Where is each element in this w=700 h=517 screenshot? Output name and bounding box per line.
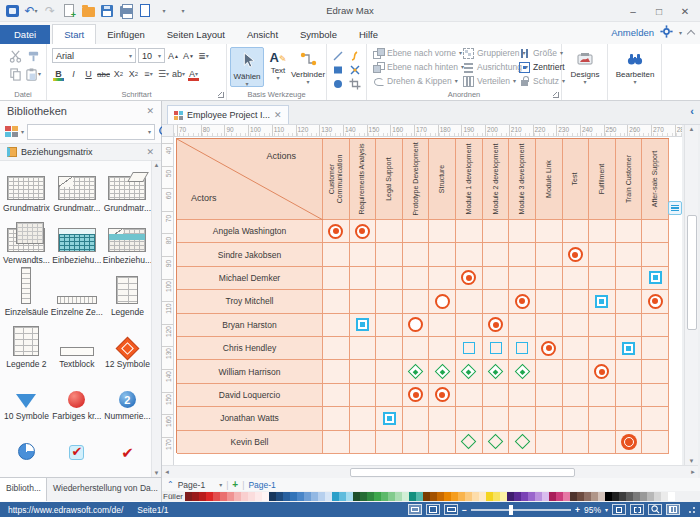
status-url[interactable]: https://www.edrawsoft.com/de/ — [8, 505, 123, 515]
matrix-cell[interactable] — [376, 407, 403, 430]
marker-target[interactable] — [408, 387, 423, 402]
palette-swatch[interactable] — [514, 492, 521, 501]
matrix-cell[interactable] — [456, 267, 483, 290]
strikethrough-button[interactable]: abc — [97, 67, 110, 81]
marker-diamond[interactable] — [408, 364, 424, 380]
menu-tab-datei[interactable]: Datei — [0, 25, 50, 44]
matrix-column-header[interactable]: Fulfilment — [589, 139, 616, 220]
palette-swatch[interactable] — [311, 492, 318, 501]
grid-view-button[interactable] — [666, 504, 680, 515]
marker-target[interactable] — [568, 247, 583, 262]
palette-swatch[interactable] — [437, 492, 444, 501]
app-logo-icon[interactable] — [4, 3, 20, 18]
library-item-checkmark[interactable]: ✔ — [103, 423, 152, 475]
palette-swatch[interactable] — [633, 492, 640, 501]
matrix-column-header[interactable]: Customer Communication — [323, 139, 350, 220]
palette-swatch[interactable] — [213, 492, 220, 501]
matrix-cell[interactable] — [403, 384, 430, 407]
matrix-cell[interactable] — [616, 337, 643, 360]
library-item-grid-step[interactable]: Grundmatr... — [103, 163, 152, 215]
matrix-row-label[interactable]: William Harrison — [177, 360, 323, 383]
select-tool-button[interactable]: Wählen▾ — [230, 47, 264, 87]
palette-swatch[interactable] — [584, 492, 591, 501]
curve-tool-icon[interactable] — [348, 49, 362, 62]
marker-target[interactable] — [648, 294, 663, 309]
palette-swatch[interactable] — [542, 492, 549, 501]
palette-swatch[interactable] — [647, 492, 654, 501]
normal-view-button[interactable] — [408, 504, 422, 515]
marker-square-open[interactable] — [490, 342, 502, 354]
matrix-cell[interactable] — [483, 431, 510, 454]
palette-swatch[interactable] — [353, 492, 360, 501]
matrix-cell[interactable] — [403, 360, 430, 383]
library-item-diamond-orange[interactable]: 12 Symbole — [103, 319, 152, 371]
library-scrollbar[interactable]: ▲▼ — [151, 161, 161, 477]
maximize-button[interactable]: □ — [646, 0, 672, 22]
fit-all-button[interactable] — [630, 504, 644, 515]
designs-button[interactable]: Designs▾ — [567, 47, 603, 87]
decrease-font-button[interactable]: A▼ — [182, 49, 195, 63]
palette-swatch[interactable] — [276, 492, 283, 501]
marker-diamond-open[interactable] — [488, 434, 504, 450]
palette-swatch[interactable] — [255, 492, 262, 501]
palette-swatch[interactable] — [430, 492, 437, 501]
menu-tab-start[interactable]: Start — [52, 24, 96, 44]
palette-swatch[interactable] — [654, 492, 661, 501]
settings-dropdown-icon[interactable]: ▾ — [679, 30, 682, 36]
italic-button[interactable]: I — [67, 67, 80, 81]
library-item-textblock[interactable]: Textblock — [51, 319, 103, 371]
resize-grip[interactable] — [688, 506, 696, 514]
marker-target[interactable] — [594, 364, 609, 379]
marker-diamond[interactable] — [434, 364, 450, 380]
matrix-row-label[interactable]: Chris Hendley — [177, 337, 323, 360]
matrix-cell[interactable] — [616, 431, 643, 454]
library-item-grid-diag[interactable]: Grundmatr... — [51, 163, 103, 215]
matrix-cell[interactable] — [589, 360, 616, 383]
palette-swatch[interactable] — [612, 492, 619, 501]
library-item-triangle-blue[interactable]: 10 Symbole — [2, 371, 51, 423]
matrix-cell[interactable] — [350, 220, 377, 243]
matrix-cell[interactable] — [456, 337, 483, 360]
matrix-cell[interactable] — [403, 314, 430, 337]
marker-square[interactable] — [622, 342, 635, 355]
palette-swatch[interactable] — [563, 492, 570, 501]
menu-tab-ansicht[interactable]: Ansicht — [236, 25, 289, 44]
close-button[interactable]: ✕ — [672, 0, 698, 22]
palette-swatch[interactable] — [360, 492, 367, 501]
library-item-circle-number[interactable]: 2Nummerie... — [103, 371, 152, 423]
line-tool-icon[interactable] — [331, 49, 345, 62]
matrix-column-header[interactable]: Legal Support — [376, 139, 403, 220]
palette-swatch[interactable] — [283, 492, 290, 501]
palette-swatch[interactable] — [661, 492, 668, 501]
format-painter-icon[interactable] — [24, 47, 42, 65]
search-history-dropdown[interactable]: ▾ — [148, 129, 151, 135]
collapse-right-panel-icon[interactable]: ‹ — [690, 105, 694, 117]
crop-tool-icon[interactable] — [348, 77, 362, 90]
sign-in-link[interactable]: Anmelden — [611, 27, 654, 38]
palette-swatch[interactable] — [339, 492, 346, 501]
ellipse-tool-icon[interactable] — [331, 77, 345, 90]
library-item-checkbox[interactable]: ✔ — [51, 423, 103, 475]
rectangle-tool-icon[interactable] — [331, 63, 345, 76]
matrix-cell[interactable] — [483, 360, 510, 383]
matrix-column-header[interactable]: Structure — [429, 139, 456, 220]
palette-swatch[interactable] — [206, 492, 213, 501]
palette-swatch[interactable] — [570, 492, 577, 501]
library-item-circle-red[interactable]: Farbiges kr... — [51, 371, 103, 423]
connector-tool-button[interactable]: Verbinder▾ — [291, 47, 325, 87]
qat-customize-button[interactable]: ▾ — [175, 3, 191, 18]
vertical-scrollbar[interactable]: ▲ ▼ — [684, 125, 698, 465]
scroll-right-icon[interactable]: ► — [690, 469, 696, 475]
library-item-grid[interactable]: Grundmatrix — [2, 163, 51, 215]
marker-target[interactable] — [515, 294, 530, 309]
settings-gear-icon[interactable] — [660, 25, 673, 40]
matrix-cell[interactable] — [536, 337, 563, 360]
menu-tab-hilfe[interactable]: Hilfe — [348, 25, 389, 44]
palette-swatch[interactable] — [458, 492, 465, 501]
matrix-cell[interactable] — [429, 384, 456, 407]
arrange-schutz[interactable]: Schutz▾ — [519, 75, 565, 87]
library-item-legend2[interactable]: Legende 2 — [2, 319, 51, 371]
palette-swatch[interactable] — [367, 492, 374, 501]
arrange-ebene-nach-vorne[interactable]: Ebene nach vorne▾ — [373, 47, 464, 59]
font-name-combobox[interactable]: Arial▾ — [52, 48, 136, 63]
